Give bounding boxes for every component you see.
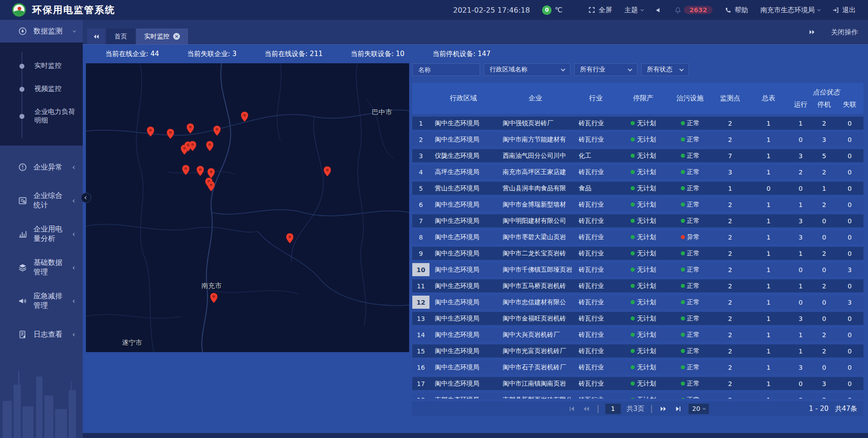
map-pin[interactable] <box>208 181 215 191</box>
next-page-icon <box>660 405 667 412</box>
map-pin[interactable] <box>324 166 331 176</box>
cell-region: 阆中生态环境局 <box>429 231 497 244</box>
sidebar-item-realtime-monitor[interactable]: 实时监控 <box>0 54 83 77</box>
table-row[interactable]: 13阆中生态环境局阆中市金福旺页岩机砖砖瓦行业无计划正常21300 <box>412 312 863 325</box>
cell-industry: 砖瓦行业 <box>573 198 618 211</box>
sidebar-item-basic-data[interactable]: 基础数据管理 <box>0 256 83 279</box>
cell-meters: 1 <box>748 344 789 358</box>
cell-industry: 砖瓦行业 <box>573 279 618 292</box>
sidebar-item-power-load-detail[interactable]: 企业电力负荷明细 <box>0 100 83 132</box>
map-pin[interactable] <box>210 293 217 303</box>
cell-points: 2 <box>712 377 748 390</box>
cell-company: 南充市高坪区王家店建 <box>497 165 573 179</box>
tab-home[interactable]: 首页 <box>106 28 135 44</box>
map-collapse-handle[interactable] <box>81 193 91 203</box>
double-left-arrow-icon <box>93 33 100 40</box>
cell-facility-status: 正常 <box>668 279 712 292</box>
cell-stop: 5 <box>812 149 836 162</box>
map-canvas[interactable]: 巴中市南充市遂宁市 <box>86 63 409 352</box>
map-pin[interactable] <box>286 233 293 243</box>
map-pin[interactable] <box>206 141 213 151</box>
status-filter-select[interactable]: 所有状态 <box>641 63 689 76</box>
first-page-button[interactable] <box>567 404 576 413</box>
cell-offline: 0 <box>836 182 863 195</box>
app-title: 环保用电监管系统 <box>32 4 115 16</box>
exit-button[interactable]: 退出 <box>832 6 856 14</box>
table-row[interactable]: 7阆中生态环境局阆中明阳建材有限公司砖瓦行业无计划正常21300 <box>412 214 863 227</box>
map-pin[interactable] <box>197 166 204 176</box>
table-row[interactable]: 10阆中生态环境局阆中市千佛镇五郎垭页岩砖瓦行业无计划正常21003 <box>412 263 863 276</box>
next-page-button[interactable] <box>659 404 668 413</box>
name-filter-input[interactable] <box>418 66 474 73</box>
cell-points: 2 <box>712 214 748 227</box>
tabs-scroll-left-button[interactable] <box>87 28 105 44</box>
last-page-button[interactable] <box>674 404 683 413</box>
sidebar-item-video-monitor[interactable]: 视频监控 <box>0 77 83 100</box>
help-button[interactable]: 帮助 <box>725 6 748 14</box>
page-number-input[interactable] <box>605 404 621 414</box>
cell-company: 西南油气田分公司川中 <box>497 149 573 162</box>
notification-bell[interactable]: 2632 <box>675 6 712 14</box>
column-header-limit: 停限产 <box>618 83 668 114</box>
fullscreen-button[interactable]: 全屏 <box>588 6 612 14</box>
table-row[interactable]: 12阆中生态环境局阆中市忠信建材有限公砖瓦行业无计划正常21003 <box>412 296 863 309</box>
cell-offline: 0 <box>836 214 863 227</box>
page-size-select[interactable]: 20 <box>689 404 709 414</box>
cell-region: 南部生态环境局 <box>429 393 497 399</box>
user-dropdown[interactable]: 南充市生态环境局 <box>760 6 820 14</box>
sidebar-item-enterprise-statistics[interactable]: 企业综合统计 <box>0 189 83 212</box>
cell-run: 3 <box>789 231 812 244</box>
cell-industry: 砖瓦行业 <box>573 344 618 358</box>
cell-run: 1 <box>789 198 812 211</box>
table-row[interactable]: 2阆中生态环境局阆中市南方节能建材有砖瓦行业无计划正常21030 <box>412 133 863 146</box>
status-dot-icon <box>681 333 685 337</box>
cell-company: 阆中市光富页岩机砖厂 <box>497 344 573 358</box>
table-row[interactable]: 4高坪生态环境局南充市高坪区王家店建砖瓦行业无计划正常31220 <box>412 165 863 179</box>
table-row[interactable]: 11阆中生态环境局阆中市五马桥页岩机砖砖瓦行业无计划正常21120 <box>412 279 863 292</box>
map-pin[interactable] <box>182 165 189 175</box>
theme-dropdown[interactable]: 主题 <box>624 6 643 14</box>
sidebar-item-electricity-analysis[interactable]: 企业用电量分析 <box>0 222 83 246</box>
status-dot-icon <box>681 137 685 141</box>
map-pin[interactable] <box>189 141 196 151</box>
double-right-arrow-icon[interactable] <box>808 29 816 35</box>
cell-meters: 1 <box>748 393 789 399</box>
tab-realtime-monitor[interactable]: 实时监控× <box>136 28 188 44</box>
tab-close-icon[interactable]: × <box>173 33 180 40</box>
sidebar-item-emergency-reduction[interactable]: 应急减排管理 <box>0 289 83 313</box>
mute-button[interactable] <box>656 7 662 14</box>
table-row[interactable]: 17阆中生态环境局阆中市江南镇阆南页岩砖瓦行业无计划正常21030 <box>412 377 863 390</box>
industry-filter-select[interactable]: 所有行业 <box>574 63 637 76</box>
map-pin[interactable] <box>167 129 174 139</box>
close-operations-button[interactable]: 关闭操作 <box>831 28 858 37</box>
table-row[interactable]: 18南部生态环境局南部县新型页岩砖有限公砖瓦行业无计划正常21030 <box>412 393 863 399</box>
cell-meters: 1 <box>748 231 789 244</box>
cell-company: 阆中市金博瑞新型墙材 <box>497 198 573 211</box>
prev-page-icon <box>583 405 590 412</box>
table-row[interactable]: 9阆中生态环境局阆中市二龙长宝页岩砖砖瓦行业无计划正常21120 <box>412 247 863 260</box>
bar-chart-icon <box>18 230 27 239</box>
row-number: 16 <box>412 361 429 374</box>
table-row[interactable]: 14阆中生态环境局阆中大兴页岩机砖厂砖瓦行业无计划正常21120 <box>412 328 863 341</box>
table-row[interactable]: 15阆中生态环境局阆中市光富页岩机砖厂砖瓦行业无计划正常21120 <box>412 344 863 358</box>
map-pin[interactable] <box>187 123 194 133</box>
table-row[interactable]: 6阆中生态环境局阆中市金博瑞新型墙材砖瓦行业无计划正常21120 <box>412 198 863 211</box>
region-filter-select[interactable]: 行政区域名称 <box>484 63 571 76</box>
column-header-stopped: 停机 <box>812 100 836 109</box>
table-row[interactable]: 8阆中生态环境局阆中市枣碧大梁山页岩砖瓦行业无计划异常21300 <box>412 231 863 244</box>
sidebar-item-data-monitoring[interactable]: 数据监测 <box>0 20 83 42</box>
table-row[interactable]: 5营山生态环境局营山县润丰肉食品有限食品无计划正常10010 <box>412 182 863 195</box>
map-pin[interactable] <box>241 112 248 122</box>
prev-page-button[interactable] <box>582 404 591 413</box>
table-row[interactable]: 3仪陇生态环境局西南油气田分公司川中化工无计划正常71350 <box>412 149 863 162</box>
cell-limit-status: 无计划 <box>618 231 668 244</box>
table-row[interactable]: 16阆中生态环境局阆中市石子页岩机砖厂砖瓦行业无计划正常21300 <box>412 361 863 374</box>
map-pin[interactable] <box>213 126 221 136</box>
status-dot-icon <box>681 365 685 369</box>
table-row[interactable]: 1阆中生态环境局阆中强锐页岩砖厂砖瓦行业无计划正常21120 <box>412 117 863 130</box>
cell-limit-status: 无计划 <box>618 296 668 309</box>
chevron-down-icon <box>73 29 76 32</box>
map-pin[interactable] <box>147 127 154 137</box>
sidebar-item-enterprise-abnormal[interactable]: 企业异常 <box>0 155 83 179</box>
map-pin[interactable] <box>208 168 215 178</box>
